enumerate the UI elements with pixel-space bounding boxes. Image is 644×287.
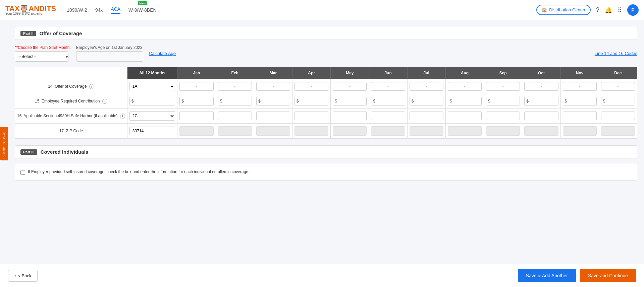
apps-icon[interactable]: ⠿ bbox=[618, 6, 622, 14]
row14: 14. Offer of Coverage i 1A1B1C 1D1E1F 1G… bbox=[15, 79, 637, 94]
distribution-center-button[interactable]: 🏠 Distribution Center bbox=[536, 5, 591, 15]
row17-dec-disabled bbox=[601, 126, 635, 136]
row14-jun-input[interactable] bbox=[371, 82, 405, 91]
dollar-sign-all: $ bbox=[131, 99, 134, 103]
row15-info-icon[interactable]: i bbox=[102, 99, 107, 104]
row16-may-input[interactable] bbox=[333, 112, 367, 120]
row17-zip-input[interactable] bbox=[129, 127, 175, 135]
age-label: Employee's Age on 1st January 2023: bbox=[76, 45, 144, 50]
nav-w9[interactable]: New W-9/W-8BEN bbox=[128, 7, 157, 13]
header-icons: ? 🔔 ⠿ P bbox=[596, 4, 639, 16]
row14-nov-input[interactable] bbox=[563, 82, 597, 91]
row15-all-cell: $ bbox=[127, 94, 177, 109]
part2-badge: Part II bbox=[20, 31, 36, 36]
dist-center-label: Distribution Center bbox=[549, 7, 585, 12]
row16-feb-input[interactable] bbox=[218, 112, 252, 120]
row16-label: 16. Applicable Section 4980H Safe Harbor… bbox=[15, 109, 127, 124]
row16-sep-input[interactable] bbox=[486, 112, 520, 120]
row17-jul-disabled bbox=[410, 126, 443, 136]
row16-jul-input[interactable] bbox=[410, 112, 443, 120]
nav-94x[interactable]: 94x bbox=[95, 7, 103, 13]
row16-aug-input[interactable] bbox=[448, 112, 482, 120]
row15-mar-input[interactable] bbox=[256, 97, 290, 105]
row15-label: 15. Employee Required Contribution i bbox=[15, 94, 127, 109]
form-side-tab[interactable]: Form 1095-C bbox=[0, 127, 8, 160]
row15-jan-input[interactable] bbox=[179, 97, 213, 105]
row17-jun-disabled bbox=[371, 126, 405, 136]
coverage-table: All 12 Months Jan Feb Mar Apr May Jun Ju… bbox=[15, 67, 637, 139]
row15-aug-input[interactable] bbox=[448, 97, 482, 105]
age-input[interactable] bbox=[76, 51, 143, 62]
logo: TAX🦉ANDITS Your 1099 & W2 Experts bbox=[5, 4, 56, 15]
row14-mar-input[interactable] bbox=[256, 82, 290, 91]
calculate-age-link[interactable]: Calculate Age bbox=[149, 51, 176, 56]
col-oct: Oct bbox=[522, 67, 560, 79]
row15-sep-input[interactable] bbox=[486, 97, 520, 105]
col-may: May bbox=[331, 67, 369, 79]
nav-1099w2[interactable]: 1099/W-2 bbox=[67, 7, 87, 13]
row16-jan-input[interactable] bbox=[179, 112, 213, 120]
row16-jun-input[interactable] bbox=[371, 112, 405, 120]
row16: 16. Applicable Section 4980H Safe Harbor… bbox=[15, 109, 637, 124]
row17-oct-disabled bbox=[524, 126, 558, 136]
self-insured-label: If Employer provided self-insured covera… bbox=[20, 169, 632, 175]
col-jul: Jul bbox=[407, 67, 445, 79]
row14-may-input[interactable] bbox=[333, 82, 367, 91]
row17: 17. ZIP Code bbox=[15, 124, 637, 139]
row15-jul-input[interactable] bbox=[410, 97, 443, 105]
row17-sep-disabled bbox=[486, 126, 520, 136]
row14-jan-input[interactable] bbox=[179, 82, 213, 91]
main-header: TAX🦉ANDITS Your 1099 & W2 Experts 1099/W… bbox=[0, 0, 644, 20]
row14-feb bbox=[216, 79, 254, 94]
col-apr: Apr bbox=[292, 67, 331, 79]
row14-apr bbox=[292, 79, 331, 94]
row14-aug-input[interactable] bbox=[448, 82, 482, 91]
line-codes-link[interactable]: Line 14 and 16 Codes bbox=[595, 51, 637, 56]
row17-mar-disabled bbox=[256, 126, 290, 136]
help-icon[interactable]: ? bbox=[596, 6, 599, 13]
row14-sep bbox=[484, 79, 522, 94]
notification-icon[interactable]: 🔔 bbox=[605, 6, 612, 14]
row14-sep-input[interactable] bbox=[486, 82, 520, 91]
row16-all-cell: 2A2B2C 2D2E2F 2G2H2I bbox=[127, 109, 177, 124]
row15-dec-input[interactable] bbox=[601, 97, 635, 105]
row14-apr-input[interactable] bbox=[294, 82, 328, 91]
row17-feb-disabled bbox=[218, 126, 252, 136]
row17-may-disabled bbox=[333, 126, 367, 136]
col-jan: Jan bbox=[177, 67, 216, 79]
row14-all-select[interactable]: 1A1B1C 1D1E1F 1G1H1I1J bbox=[129, 82, 175, 91]
row14-oct bbox=[522, 79, 560, 94]
col-feb: Feb bbox=[216, 67, 254, 79]
row16-apr-input[interactable] bbox=[294, 112, 328, 120]
row14-feb-input[interactable] bbox=[218, 82, 252, 91]
row14-jun bbox=[369, 79, 407, 94]
row16-info-icon[interactable]: i bbox=[120, 114, 125, 119]
col-nov: Nov bbox=[560, 67, 599, 79]
row16-dec-input[interactable] bbox=[601, 112, 635, 120]
row15-may-input[interactable] bbox=[333, 97, 367, 105]
nav-aca[interactable]: ACA bbox=[111, 6, 120, 14]
row14-nov bbox=[560, 79, 599, 94]
row14-may bbox=[331, 79, 369, 94]
row15-nov-input[interactable] bbox=[563, 97, 597, 105]
row16-oct-input[interactable] bbox=[524, 112, 558, 120]
self-insured-checkbox[interactable] bbox=[20, 170, 25, 175]
row14-dec-input[interactable] bbox=[601, 82, 635, 91]
row15-feb-input[interactable] bbox=[218, 97, 252, 105]
row16-all-select[interactable]: 2A2B2C 2D2E2F 2G2H2I bbox=[129, 111, 175, 121]
row14-jul-input[interactable] bbox=[410, 82, 443, 91]
avatar[interactable]: P bbox=[627, 4, 639, 16]
row14-oct-input[interactable] bbox=[524, 82, 558, 91]
row16-nov-input[interactable] bbox=[563, 112, 597, 120]
plan-start-select[interactable]: --Select-- JanuaryFebruaryMarch AprilMay… bbox=[15, 51, 68, 62]
empty-header bbox=[15, 67, 127, 79]
row14-info-icon[interactable]: i bbox=[89, 84, 94, 89]
row15-jun-input[interactable] bbox=[371, 97, 405, 105]
row16-mar-input[interactable] bbox=[256, 112, 290, 120]
row15-oct-input[interactable] bbox=[524, 97, 558, 105]
row15-all-input[interactable] bbox=[129, 97, 175, 105]
plan-start-field: **Choose the Plan Start Month: --Select-… bbox=[15, 45, 71, 62]
row15-apr-input[interactable] bbox=[294, 97, 328, 105]
row14-dec bbox=[599, 79, 637, 94]
part3-badge: Part III bbox=[20, 149, 37, 155]
